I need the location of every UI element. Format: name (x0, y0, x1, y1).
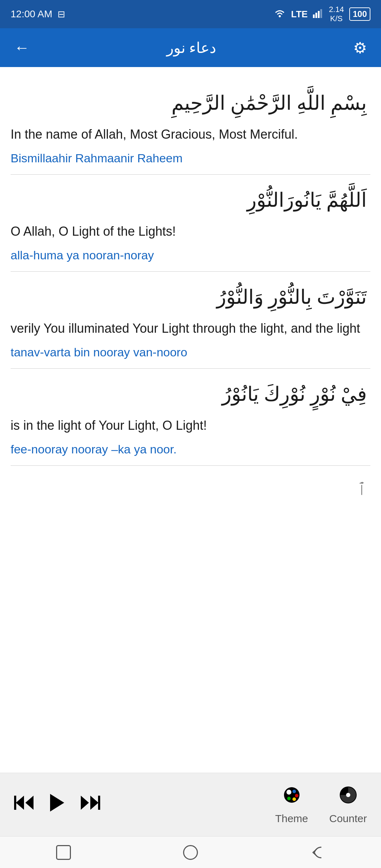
home-button[interactable] (183, 845, 198, 860)
theme-button[interactable]: Theme (275, 785, 308, 825)
android-nav-bar (0, 836, 381, 868)
svg-marker-10 (90, 796, 98, 810)
bottom-actions: Theme Counter (275, 785, 367, 825)
time-display: 12:00 AM (11, 8, 52, 20)
transliteration-4: fee-nooray nooray –ka ya noor. (11, 440, 370, 458)
nav-bar: ← دعاء نور ⚙ (0, 28, 381, 67)
svg-rect-1 (313, 14, 315, 18)
verse-block-4: فِيْ نُوْرٍ نُوْرِكَ يَانُوْرُ is in the… (11, 369, 370, 466)
svg-rect-3 (318, 11, 320, 18)
verse-block-3: تَنَوَّرْتَ بِالنُّوْرِ وَالنُّوْرُ veri… (11, 272, 370, 369)
main-content: بِسْمِ اللَّهِ الرَّحْمَٰنِ الرَّحِيمِ I… (0, 67, 381, 773)
bottom-bar: Theme Counter (0, 773, 381, 836)
battery-display: 100 (349, 7, 370, 21)
svg-marker-8 (50, 794, 64, 812)
svg-rect-7 (14, 796, 16, 810)
verse-block-1: بِسْمِ اللَّهِ الرَّحْمَٰنِ الرَّحِيمِ I… (11, 78, 370, 175)
transliteration-1: Bismillaahir Rahmaanir Raheem (11, 149, 370, 167)
status-right: LTE 2.14K/S 100 (274, 5, 370, 24)
svg-marker-9 (81, 796, 89, 810)
svg-point-13 (286, 790, 291, 795)
arabic-text-5-partial: ٱ (11, 476, 370, 502)
page-title: دعاء نور (167, 39, 217, 56)
arabic-text-4: فِيْ نُوْرٍ نُوْرِكَ يَانُوْرُ (11, 379, 370, 409)
english-text-3: verily You illuminated Your Light throug… (11, 319, 370, 338)
verse-block-2: اَللَّهُمَّ يَانُورَالنُّوْرِ O Allah, O… (11, 175, 370, 272)
circle-icon (183, 845, 198, 860)
svg-point-17 (287, 797, 291, 800)
transliteration-2: alla-huma ya nooran-noray (11, 246, 370, 264)
svg-marker-6 (25, 796, 34, 810)
status-bar: 12:00 AM ⊟ LTE 2.14K/S 100 (0, 0, 381, 28)
forward-button[interactable] (79, 794, 100, 816)
svg-rect-2 (315, 13, 317, 18)
svg-point-16 (292, 797, 296, 801)
speed-display: 2.14K/S (329, 5, 344, 24)
svg-point-15 (295, 794, 298, 797)
counter-label: Counter (329, 813, 367, 825)
signal-icon (313, 8, 323, 20)
svg-rect-11 (98, 796, 100, 810)
verse-block-5-partial: ٱ (11, 466, 370, 516)
back-button[interactable]: ← (14, 39, 30, 56)
player-controls (14, 793, 100, 816)
arabic-text-3: تَنَوَّرْتَ بِالنُّوْرِ وَالنُّوْرُ (11, 282, 370, 312)
arabic-text-2: اَللَّهُمَّ يَانُورَالنُّوْرِ (11, 185, 370, 215)
english-text-2: O Allah, O Light of the Lights! (11, 222, 370, 241)
counter-button[interactable]: Counter (329, 785, 367, 825)
sim-icon: ⊟ (58, 9, 65, 20)
svg-point-0 (279, 15, 281, 17)
svg-point-19 (346, 793, 350, 797)
arabic-text-1: بِسْمِ اللَّهِ الرَّحْمَٰنِ الرَّحِيمِ (11, 88, 370, 118)
back-nav-button[interactable] (310, 845, 325, 860)
english-text-1: In the name of Allah, Most Gracious, Mos… (11, 125, 370, 144)
svg-marker-5 (16, 796, 24, 810)
svg-point-14 (292, 790, 296, 793)
recent-apps-button[interactable] (56, 845, 71, 860)
wifi-icon (274, 8, 286, 20)
theme-label: Theme (275, 813, 308, 825)
settings-button[interactable]: ⚙ (353, 39, 367, 57)
transliteration-3: tanav-varta bin nooray van-nooro (11, 343, 370, 361)
english-text-4: is in the light of Your Light, O Light! (11, 416, 370, 435)
theme-icon (282, 785, 302, 809)
lte-label: LTE (291, 9, 308, 20)
back-arrow-icon (310, 845, 325, 860)
svg-rect-4 (320, 9, 322, 18)
status-left: 12:00 AM ⊟ (11, 8, 65, 20)
rewind-button[interactable] (14, 794, 35, 816)
square-icon (56, 845, 71, 860)
counter-icon (338, 785, 358, 809)
play-button[interactable] (49, 793, 65, 816)
